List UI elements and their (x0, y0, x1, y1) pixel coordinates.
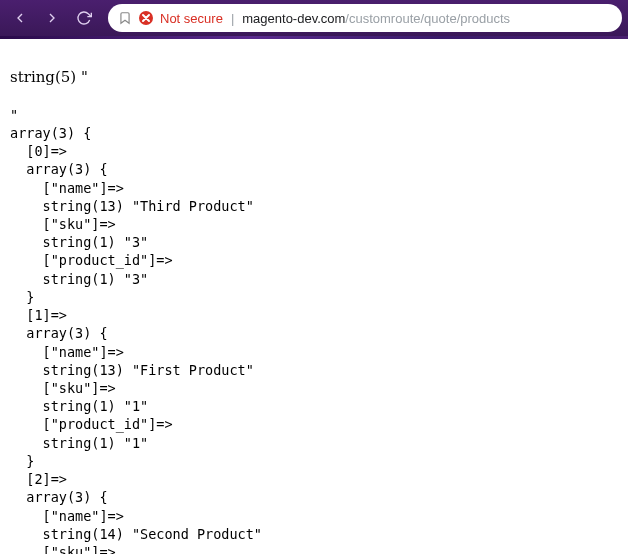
address-bar[interactable]: Not secure | magento-dev.com/customroute… (108, 4, 622, 32)
browser-toolbar: Not secure | magento-dev.com/customroute… (0, 0, 628, 36)
url-path: /customroute/quote/products (345, 11, 510, 26)
forward-button[interactable] (38, 4, 66, 32)
bookmark-icon (118, 11, 132, 25)
not-secure-icon (138, 10, 154, 26)
reload-icon (76, 10, 92, 26)
url-text: magento-dev.com/customroute/quote/produc… (242, 11, 510, 26)
back-button[interactable] (6, 4, 34, 32)
reload-button[interactable] (70, 4, 98, 32)
bookmark-button[interactable] (118, 11, 132, 25)
page-content: string(5) " " array(3) { [0]=> array(3) … (0, 39, 628, 554)
vardump-top: string(5) " (10, 67, 618, 87)
url-divider: | (231, 11, 234, 26)
vardump-output: " array(3) { [0]=> array(3) { ["name"]=>… (10, 106, 618, 554)
back-icon (12, 10, 28, 26)
security-status: Not secure (160, 11, 223, 26)
forward-icon (44, 10, 60, 26)
url-domain: magento-dev.com (242, 11, 345, 26)
